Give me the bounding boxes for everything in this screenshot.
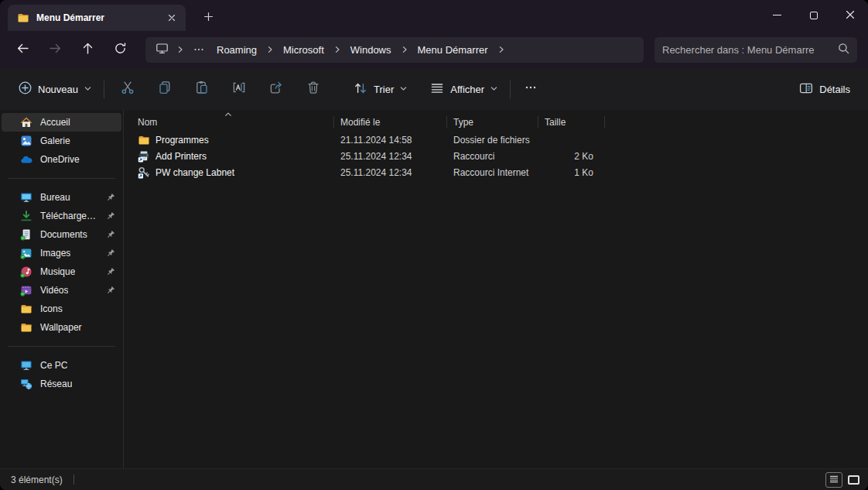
forward-button[interactable] <box>41 36 69 63</box>
breadcrumb-overflow-button[interactable] <box>187 39 210 60</box>
copy-button[interactable] <box>146 76 183 102</box>
column-header-taille[interactable]: Taille <box>538 112 605 132</box>
thumbnails-view-button[interactable] <box>845 472 862 488</box>
file-type: Raccourci Internet <box>447 164 538 180</box>
file-name: Add Printers <box>155 151 207 162</box>
sidebar: Accueil Galerie OneDrive Bureau Téléchar… <box>0 110 124 468</box>
sidebar-item-reseau[interactable]: Réseau <box>2 375 121 393</box>
close-tab-button[interactable] <box>162 9 181 26</box>
share-button[interactable] <box>258 76 295 102</box>
sidebar-item-galerie[interactable]: Galerie <box>2 132 121 150</box>
sidebar-item-label: Musique <box>40 266 75 277</box>
sidebar-item-label: Ce PC <box>40 360 67 371</box>
up-button[interactable] <box>73 36 101 63</box>
file-list-area: Nom Modifié le Type Taille Programmes 21… <box>124 110 868 468</box>
desktop-icon <box>20 191 32 204</box>
sort-icon <box>353 81 368 98</box>
minimize-button[interactable] <box>759 0 795 30</box>
item-count: 3 élément(s) <box>11 475 63 485</box>
chevron-down-icon <box>84 84 92 95</box>
more-options-button[interactable] <box>515 76 546 102</box>
sidebar-item-label: Vidéos <box>40 285 68 296</box>
search-icon[interactable] <box>838 43 849 57</box>
sidebar-item-accueil[interactable]: Accueil <box>2 113 121 132</box>
file-size: 2 Ko <box>538 148 605 164</box>
explorer-window: Menu Démarrer <box>0 0 868 490</box>
sidebar-item-label: Accueil <box>40 117 70 128</box>
sidebar-item-icons[interactable]: Icons <box>2 300 121 318</box>
status-separator <box>73 475 74 485</box>
cut-icon <box>120 80 135 98</box>
chevron-right-icon <box>263 46 277 53</box>
refresh-button[interactable] <box>106 36 134 63</box>
back-button[interactable] <box>9 36 36 63</box>
breadcrumb-item-menu-demarrer[interactable]: Menu Démarrer <box>412 41 494 59</box>
file-type: Dossier de fichiers <box>447 132 538 148</box>
sidebar-item-label: Bureau <box>40 192 70 203</box>
view-button[interactable]: Afficher <box>422 76 505 102</box>
titlebar: Menu Démarrer <box>0 0 868 31</box>
sidebar-item-label: Icons <box>40 303 63 314</box>
ellipsis-icon <box>523 80 538 98</box>
column-header-type[interactable]: Type <box>447 112 538 132</box>
sidebar-item-onedrive[interactable]: OneDrive <box>2 150 121 169</box>
file-modified: 25.11.2024 12:34 <box>334 164 447 180</box>
column-header-modifie-le[interactable]: Modifié le <box>334 112 447 132</box>
sidebar-item-documents[interactable]: Documents <box>2 225 121 244</box>
this-pc-icon <box>20 359 32 372</box>
sidebar-item-wallpaper[interactable]: Wallpaper <box>2 318 121 337</box>
sidebar-item-ce-pc[interactable]: Ce PC <box>2 356 121 375</box>
this-pc-breadcrumb-button[interactable] <box>150 39 173 60</box>
folder-icon <box>138 134 150 146</box>
column-header-nom[interactable]: Nom <box>124 112 334 132</box>
chevron-right-icon <box>494 46 508 53</box>
pin-icon <box>105 248 115 259</box>
chevron-right-icon <box>173 46 187 53</box>
new-button[interactable]: Nouveau <box>11 76 99 102</box>
sidebar-item-telechargements[interactable]: Téléchargements <box>2 207 121 225</box>
pin-icon <box>105 211 115 221</box>
file-name: Programmes <box>155 135 209 146</box>
sidebar-item-images[interactable]: Images <box>2 244 121 262</box>
breadcrumb-item-roaming[interactable]: Roaming <box>210 41 263 59</box>
address-bar[interactable]: Roaming Microsoft Windows Menu Démarrer <box>145 37 644 63</box>
new-tab-button[interactable] <box>196 7 220 29</box>
sidebar-item-label: Documents <box>40 229 87 240</box>
sidebar-item-bureau[interactable]: Bureau <box>2 188 121 207</box>
breadcrumb-item-microsoft[interactable]: Microsoft <box>277 41 330 59</box>
navigation-bar: Roaming Microsoft Windows Menu Démarrer <box>0 31 868 68</box>
sort-button[interactable]: Trier <box>346 76 415 102</box>
plus-circle-icon <box>18 81 32 98</box>
downloads-icon <box>20 210 32 222</box>
breadcrumb-item-windows[interactable]: Windows <box>344 41 398 59</box>
close-button[interactable] <box>832 0 868 30</box>
cut-button[interactable] <box>109 76 146 102</box>
list-lines-icon <box>429 81 445 98</box>
sidebar-item-videos[interactable]: Vidéos <box>2 281 121 300</box>
file-row-programmes[interactable]: Programmes 21.11.2024 14:58 Dossier de f… <box>124 132 868 148</box>
delete-button[interactable] <box>295 76 332 102</box>
sidebar-item-label: OneDrive <box>40 154 80 165</box>
pin-icon <box>105 267 115 277</box>
file-modified: 25.11.2024 12:34 <box>334 148 447 164</box>
paste-button[interactable] <box>183 76 220 102</box>
network-icon <box>20 378 32 390</box>
chevron-down-icon <box>399 84 408 95</box>
details-view-button[interactable] <box>825 472 842 488</box>
status-bar: 3 élément(s) <box>0 468 868 490</box>
sidebar-item-musique[interactable]: Musique <box>2 262 121 281</box>
window-controls <box>759 0 868 30</box>
rename-button[interactable] <box>220 76 258 102</box>
tab-title: Menu Démarrer <box>36 12 155 23</box>
explorer-tab[interactable]: Menu Démarrer <box>8 5 186 31</box>
file-row-pw-change-labnet[interactable]: PW change Labnet 25.11.2024 12:34 Raccou… <box>124 164 868 180</box>
file-modified: 21.11.2024 14:58 <box>334 132 447 148</box>
search-input[interactable] <box>662 44 838 56</box>
close-icon <box>846 9 855 22</box>
file-row-add-printers[interactable]: Add Printers 25.11.2024 12:34 Raccourci … <box>124 148 868 164</box>
file-type: Raccourci <box>447 148 538 164</box>
maximize-button[interactable] <box>795 0 832 30</box>
view-toggle-buttons <box>825 472 862 488</box>
folder-icon <box>17 12 29 24</box>
details-pane-button[interactable]: Détails <box>791 76 857 102</box>
